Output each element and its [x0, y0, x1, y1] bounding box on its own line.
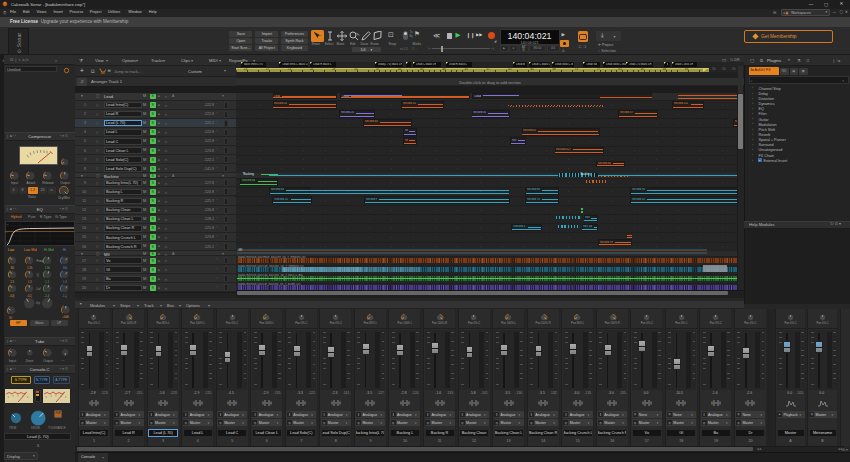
svg-text:dB: dB [49, 162, 52, 165]
svg-text:18: 18 [6, 223, 9, 225]
